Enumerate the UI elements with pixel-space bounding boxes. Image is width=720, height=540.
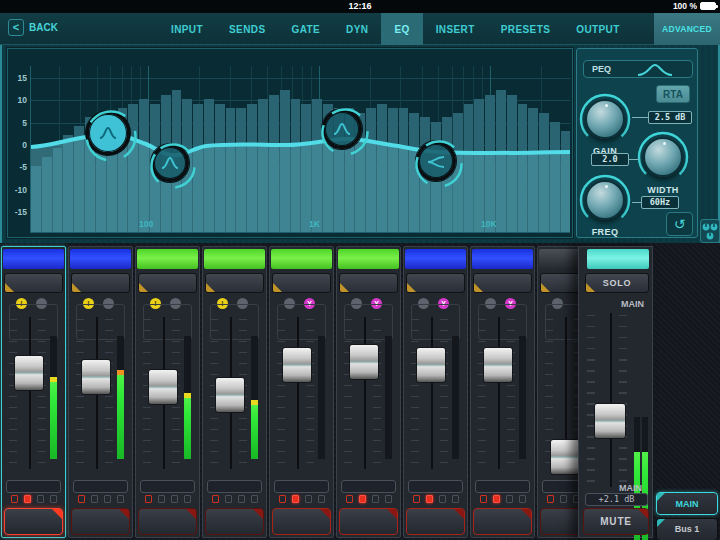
eq-band-4-handle[interactable] [416,141,456,181]
fader-zone [471,315,534,471]
channel-strip-4[interactable]: ! [202,246,267,538]
solo-button[interactable] [339,273,398,293]
mute-group-indicator [305,495,312,503]
mute-group-indicator [24,495,31,503]
eq-band-2-handle[interactable] [151,144,189,182]
bell-curve-icon [636,63,674,77]
eq-band-1-handle[interactable] [86,111,130,155]
channel-strip-7[interactable]: Y [403,246,468,538]
mute-group-indicator [158,495,165,503]
mute-button[interactable] [4,508,63,535]
gain-knob[interactable] [578,92,632,146]
fader-cap[interactable] [416,347,446,383]
reset-button[interactable]: ↺ [666,212,693,236]
main-channel-label[interactable] [587,249,649,269]
channel-strip-8[interactable]: Y [470,246,535,538]
width-knob[interactable] [636,130,690,184]
main-bottom-label: MAIN [619,483,642,493]
fader-cap[interactable] [81,359,111,395]
sidebar-bus-1[interactable]: Bus 1 [656,518,718,540]
mute-button[interactable] [473,508,532,535]
freq-knob[interactable] [578,173,632,227]
solo-button[interactable] [71,273,130,293]
fader-cap[interactable] [282,347,312,383]
solo-button[interactable] [205,273,264,293]
eq-mode-dropdown[interactable]: PEQ [583,60,693,78]
channel-name-label[interactable] [137,249,198,269]
mute-button[interactable] [71,508,130,535]
channel-name-label[interactable] [70,249,131,269]
gain-connector [632,117,648,118]
channel-strip-6[interactable]: Y [336,246,401,538]
nav-bar: < BACK INPUTSENDSGATEDYNEQINSERTPRESETSO… [0,13,720,45]
fader-value [140,480,195,493]
main-strip[interactable]: SOLO MAIN MAIN +2.1 dB MUTE [578,246,653,538]
solo-button[interactable] [473,273,532,293]
tab-insert[interactable]: INSERT [423,13,488,45]
fader-ticks-left [277,319,285,467]
channel-strip-2[interactable]: ! [68,246,133,538]
mute-group-indicator [184,495,191,503]
band-ring-icon [413,138,465,190]
channel-strip-3[interactable]: ! [135,246,200,538]
solo-button[interactable] [406,273,465,293]
gain-value: 2.5 dB [648,111,692,124]
main-solo-button[interactable]: SOLO [585,273,649,293]
mute-group-indicator [78,495,85,503]
knobs-icon [701,220,719,242]
back-button[interactable]: < BACK [8,19,58,36]
level-meter [318,336,325,459]
channel-name-label[interactable] [338,249,399,269]
fader-zone [136,315,199,471]
tab-dyn[interactable]: DYN [333,13,381,45]
mute-button[interactable] [339,508,398,535]
mixer-app-screen: 12:16 100 % < BACK INPUTSENDSGATEDYNEQIN… [0,0,720,540]
tab-input[interactable]: INPUT [158,13,216,45]
fader-ticks-left [478,319,486,467]
tab-sends[interactable]: SENDS [216,13,278,45]
channel-name-label[interactable] [271,249,332,269]
solo-button[interactable] [138,273,197,293]
channel-strip-5[interactable]: Y [269,246,334,538]
solo-button[interactable] [4,273,63,293]
channel-name-label[interactable] [204,249,265,269]
channel-strip-1[interactable]: ! [1,246,66,538]
knobs-view-button[interactable] [700,219,720,243]
mute-group-indicator [212,495,219,503]
mute-button[interactable] [406,508,465,535]
eq-y-tick: -15 [9,207,27,217]
sidebar-main[interactable]: MAIN [656,492,718,515]
width-knob-cap [643,137,683,177]
channel-name-label[interactable] [405,249,466,269]
mute-button[interactable] [272,508,331,535]
mute-group-indicator [547,495,554,503]
fader-cap[interactable] [14,355,44,391]
rta-button[interactable]: RTA [656,85,690,103]
freq-value: 60Hz [641,196,679,209]
advanced-button[interactable]: ADVANCED [654,13,720,45]
eq-band-3-handle[interactable] [322,109,362,149]
mute-button[interactable] [205,508,264,535]
channel-name-label[interactable] [3,249,64,269]
fader-cap[interactable] [215,377,245,413]
tab-output[interactable]: OUTPUT [563,13,633,45]
fader-slot [29,317,31,469]
main-mute-button[interactable]: MUTE [583,508,649,535]
tab-gate[interactable]: GATE [278,13,333,45]
main-fader-cap[interactable] [594,403,626,439]
fader-slot [297,317,299,469]
fader-cap[interactable] [349,344,379,380]
fader-slot [498,317,500,469]
fader-cap[interactable] [550,439,580,475]
tab-eq[interactable]: EQ [381,13,422,45]
mute-group-indicator [104,495,111,503]
mute-button[interactable] [138,508,197,535]
fader-cap[interactable] [148,369,178,405]
fader-cap[interactable] [483,347,513,383]
mute-group-row [337,495,400,503]
eq-section: 151050-5-10-15 1001K10K PEQ RTA [0,45,720,243]
fader-value [6,480,61,493]
channel-name-label[interactable] [472,249,533,269]
tab-presets[interactable]: PRESETS [488,13,563,45]
solo-button[interactable] [272,273,331,293]
